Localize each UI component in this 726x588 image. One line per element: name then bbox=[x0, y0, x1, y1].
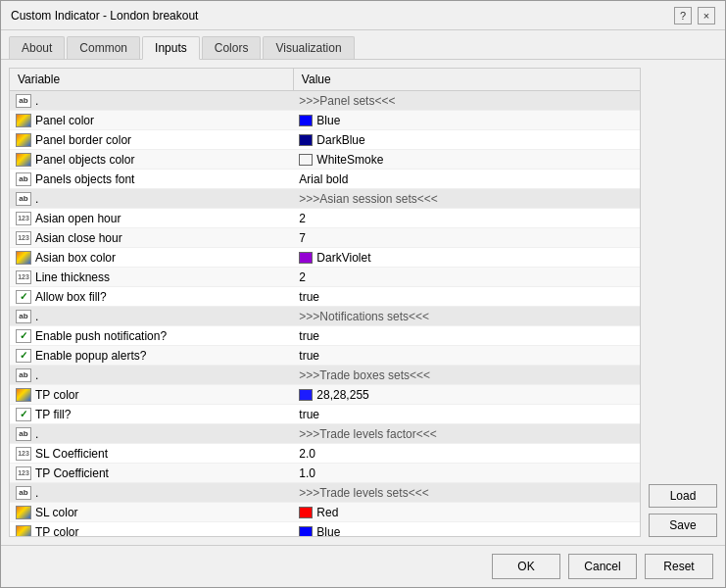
variable-label: . bbox=[35, 368, 38, 382]
variable-label: TP fill? bbox=[35, 408, 71, 421]
value-text: WhiteSmoke bbox=[316, 153, 383, 167]
value-text: 2 bbox=[299, 270, 306, 284]
color-swatch bbox=[299, 134, 313, 146]
value-text: true bbox=[299, 349, 319, 363]
icon-num: 123 bbox=[16, 212, 31, 225]
icon-ab: ab bbox=[16, 486, 31, 500]
inputs-table-container[interactable]: Variable Value ab.>>>Panel sets<<<Panel … bbox=[9, 68, 641, 537]
color-swatch bbox=[299, 389, 313, 401]
table-row[interactable]: ✓TP fill?true bbox=[10, 405, 640, 424]
tab-inputs[interactable]: Inputs bbox=[142, 36, 200, 60]
icon-num: 123 bbox=[16, 270, 31, 284]
value-text: true bbox=[299, 408, 319, 421]
table-row[interactable]: 123Asian open hour2 bbox=[10, 209, 640, 228]
value-text: >>>Trade boxes sets<<< bbox=[299, 368, 430, 382]
help-button[interactable]: ? bbox=[674, 7, 692, 24]
variable-label: SL Coefficient bbox=[35, 447, 108, 461]
title-bar-buttons: ? × bbox=[674, 7, 715, 24]
variable-label: SL color bbox=[35, 506, 78, 519]
ok-button[interactable]: OK bbox=[492, 554, 560, 579]
table-row[interactable]: TP colorBlue bbox=[10, 522, 640, 538]
value-text: 2 bbox=[299, 212, 306, 225]
table-row[interactable]: 123SL Coefficient2.0 bbox=[10, 444, 640, 464]
table-row[interactable]: ab.>>>Notifications sets<<< bbox=[10, 307, 640, 326]
color-swatch bbox=[299, 115, 313, 126]
variable-label: . bbox=[35, 192, 38, 206]
variable-label: . bbox=[35, 427, 38, 441]
variable-label: . bbox=[35, 94, 38, 108]
tabs-bar: About Common Inputs Colors Visualization bbox=[1, 30, 725, 60]
table-row[interactable]: ✓Allow box fill?true bbox=[10, 287, 640, 307]
icon-bool: ✓ bbox=[16, 408, 31, 421]
icon-num: 123 bbox=[16, 466, 31, 480]
icon-bool: ✓ bbox=[16, 329, 31, 343]
table-row[interactable]: 123TP Coefficient1.0 bbox=[10, 464, 640, 483]
color-swatch bbox=[299, 507, 313, 518]
tab-common[interactable]: Common bbox=[67, 36, 140, 59]
reset-button[interactable]: Reset bbox=[645, 554, 713, 579]
inputs-table: Variable Value ab.>>>Panel sets<<<Panel … bbox=[10, 69, 640, 537]
icon-color bbox=[16, 506, 31, 519]
cancel-button[interactable]: Cancel bbox=[568, 554, 637, 579]
variable-label: Asian open hour bbox=[35, 212, 121, 225]
table-row[interactable]: ab.>>>Panel sets<<< bbox=[10, 91, 640, 111]
value-text: DarkViolet bbox=[316, 251, 370, 265]
variable-label: Panel objects color bbox=[35, 153, 134, 167]
icon-color bbox=[16, 114, 31, 127]
table-row[interactable]: TP color28,28,255 bbox=[10, 385, 640, 405]
variable-label: . bbox=[35, 310, 38, 323]
table-row[interactable]: Asian box colorDarkViolet bbox=[10, 248, 640, 268]
table-row[interactable]: ✓Enable push notification?true bbox=[10, 326, 640, 346]
icon-ab: ab bbox=[16, 310, 31, 323]
variable-label: . bbox=[35, 486, 38, 500]
load-button[interactable]: Load bbox=[649, 484, 717, 508]
dialog-title: Custom Indicator - London breakout bbox=[11, 9, 198, 23]
table-row[interactable]: Panel objects colorWhiteSmoke bbox=[10, 150, 640, 170]
icon-ab: ab bbox=[16, 172, 31, 186]
variable-label: Asian box color bbox=[35, 251, 116, 265]
table-row[interactable]: 123Line thickness2 bbox=[10, 268, 640, 287]
tab-about[interactable]: About bbox=[9, 36, 65, 59]
value-text: 2.0 bbox=[299, 447, 315, 461]
icon-bool: ✓ bbox=[16, 290, 31, 304]
tab-visualization[interactable]: Visualization bbox=[263, 36, 354, 59]
color-swatch bbox=[299, 154, 313, 166]
value-text: true bbox=[299, 290, 319, 304]
variable-label: Enable push notification? bbox=[35, 329, 167, 343]
table-row[interactable]: ab.>>>Trade levels sets<<< bbox=[10, 483, 640, 503]
tab-colors[interactable]: Colors bbox=[202, 36, 262, 59]
close-button[interactable]: × bbox=[698, 7, 715, 24]
icon-ab: ab bbox=[16, 368, 31, 382]
color-swatch bbox=[299, 526, 313, 538]
table-row[interactable]: ab.>>>Trade levels factor<<< bbox=[10, 424, 640, 444]
value-text: Red bbox=[316, 506, 338, 519]
title-bar: Custom Indicator - London breakout ? × bbox=[1, 1, 725, 30]
variable-label: TP Coefficient bbox=[35, 466, 109, 480]
table-row[interactable]: Panel colorBlue bbox=[10, 111, 640, 130]
icon-ab: ab bbox=[16, 192, 31, 206]
table-row[interactable]: ab.>>>Trade boxes sets<<< bbox=[10, 366, 640, 385]
icon-color bbox=[16, 388, 31, 402]
value-text: 7 bbox=[299, 231, 306, 245]
value-text: Blue bbox=[316, 525, 340, 538]
color-swatch bbox=[299, 252, 313, 264]
col-header-variable: Variable bbox=[10, 69, 293, 91]
icon-num: 123 bbox=[16, 447, 31, 461]
save-button[interactable]: Save bbox=[649, 514, 717, 537]
table-row[interactable]: SL colorRed bbox=[10, 503, 640, 522]
icon-num: 123 bbox=[16, 231, 31, 245]
variable-label: Line thickness bbox=[35, 270, 110, 284]
icon-color bbox=[16, 153, 31, 167]
value-text: Blue bbox=[316, 114, 340, 127]
table-row[interactable]: ✓Enable popup alerts?true bbox=[10, 346, 640, 366]
variable-label: Enable popup alerts? bbox=[35, 349, 146, 363]
table-row[interactable]: Panel border colorDarkBlue bbox=[10, 130, 640, 150]
value-text: >>>Panel sets<<< bbox=[299, 94, 395, 108]
value-text: true bbox=[299, 329, 319, 343]
table-row[interactable]: ab.>>>Asian session sets<<< bbox=[10, 189, 640, 209]
icon-color bbox=[16, 525, 31, 538]
variable-label: Panels objects font bbox=[35, 172, 134, 186]
table-row[interactable]: abPanels objects fontArial bold bbox=[10, 170, 640, 189]
table-row[interactable]: 123Asian close hour7 bbox=[10, 228, 640, 248]
variable-label: TP color bbox=[35, 388, 78, 402]
